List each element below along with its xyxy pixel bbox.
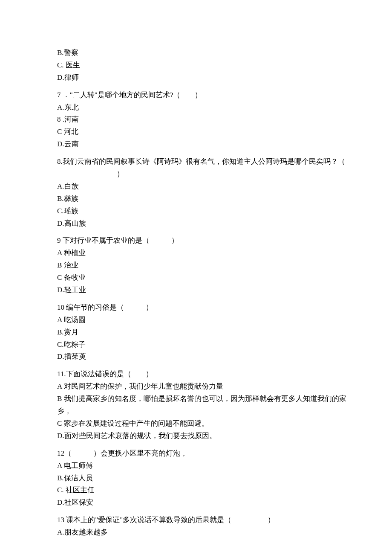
q10-stem: 10 编午节的习俗是（ ） (57, 302, 349, 314)
q8-option-c: C.瑶族 (57, 205, 349, 218)
q8-option-d: D.高山族 (57, 218, 349, 230)
q11-option-b: B 我们提高家乡的知名度，哪怕是损坏名誉的也可以，因为那样就会有更多人知道我们的… (57, 393, 349, 418)
question-11: 11.下面说法错误的是（ ） A 对民间艺术的保护，我们少年儿童也能贡献份力量 … (57, 368, 349, 442)
q9-option-a: A 种植业 (57, 247, 349, 259)
q10-option-a: A 吃汤圆 (57, 314, 349, 326)
q6-option-c: C. 医生 (57, 59, 349, 72)
q7-stem: 7 ．"二人转"是哪个地方的民间艺术?（ ） (57, 89, 349, 102)
q6-option-d: D.律师 (57, 72, 349, 84)
q8-option-b: B.彝族 (57, 193, 349, 205)
q11-option-d: D.面对些民间艺术衰落的规状，我们要去找原因。 (57, 430, 349, 442)
q7-option-d: D.云南 (57, 138, 349, 151)
q9-option-c: C 备牧业 (57, 272, 349, 284)
q9-option-b: B 治业 (57, 259, 349, 272)
question-10: 10 编午节的习俗是（ ） A 吃汤圆 B.赏月 C.吃粽子 D.插茱萸 (57, 302, 349, 363)
q11-option-a: A 对民间艺术的保护，我们少年儿童也能贡献份力量 (57, 381, 349, 393)
q12-option-c: C. 社区主任 (57, 484, 349, 497)
q8-option-a: A.白族 (57, 180, 349, 193)
q12-stem: 12（ ）会更换小区里不亮的灯泡， (57, 447, 349, 460)
question-8: 8.我们云南省的民间叙事长诗《阿诗玛》很有名气，你知道主人公阿诗玛是哪个民矣吗？… (57, 156, 349, 230)
q12-option-a: A 电工师傅 (57, 460, 349, 472)
q13-option-a: A.朋友越来越多 (57, 526, 349, 539)
q9-stem: 9 下对行业不属于农业的是（ ） (57, 235, 349, 247)
q10-option-d: D.插茱萸 (57, 351, 349, 363)
q11-stem: 11.下面说法错误的是（ ） (57, 368, 349, 381)
question-13: 13 课本上的"爱保证"多次说话不算数导致的后果就是（ ） A.朋友越来越多 (57, 514, 349, 539)
q11-option-c: C 家步在发展建设过程中产生的问题不能回避。 (57, 418, 349, 430)
q8-stem: 8.我们云南省的民间叙事长诗《阿诗玛》很有名气，你知道主人公阿诗玛是哪个民矣吗？… (57, 156, 349, 168)
question-12: 12（ ）会更换小区里不亮的灯泡， A 电工师傅 B.保洁人员 C. 社区主任 … (57, 447, 349, 509)
q7-option-c: C 河北 (57, 126, 349, 138)
q10-option-c: C.吃粽子 (57, 339, 349, 351)
q12-option-b: B.保洁人员 (57, 472, 349, 485)
question-9: 9 下对行业不属于农业的是（ ） A 种植业 B 治业 C 备牧业 D.轻工业 (57, 235, 349, 296)
question-6-tail: B.警察 C. 医生 D.律师 (57, 47, 349, 84)
question-7: 7 ．"二人转"是哪个地方的民间艺术?（ ） A.东北 8 .河南 C 河北 D… (57, 89, 349, 151)
q9-option-d: D.轻工业 (57, 284, 349, 296)
q7-option-b: 8 .河南 (57, 113, 349, 126)
q13-stem: 13 课本上的"爱保证"多次说话不算数导致的后果就是（ ） (57, 514, 349, 526)
q7-option-a: A.东北 (57, 102, 349, 114)
q8-close-paren: ） (57, 168, 349, 180)
q10-option-b: B.赏月 (57, 326, 349, 339)
q12-option-d: D.社区保安 (57, 497, 349, 509)
q6-option-b: B.警察 (57, 47, 349, 59)
